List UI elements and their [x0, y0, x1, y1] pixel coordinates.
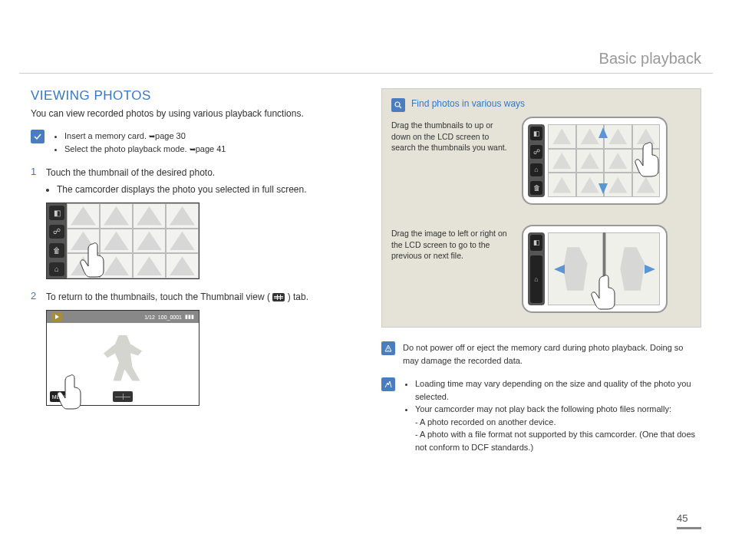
prereq-2a: Select the photo playback mode.	[64, 144, 190, 153]
prerequisite-list: Insert a memory card. ➥page 30 Select th…	[52, 130, 226, 155]
tips-panel: Find photos in various ways Drag the thu…	[381, 88, 701, 328]
share-icon: ☍	[49, 225, 64, 239]
home-icon: ⌂	[49, 262, 64, 277]
step-2: 2 To return to the thumbnails, touch the…	[31, 290, 351, 304]
step-number: 2	[31, 290, 38, 304]
warning-text: Do not power off or eject the memory car…	[403, 341, 701, 367]
prereq-2b: page 41	[196, 144, 226, 153]
section-title: VIEWING PHOTOS	[31, 88, 351, 104]
arrow-down-icon	[598, 183, 608, 194]
step-1-sub: The camcorder displays the photo you sel…	[57, 183, 307, 196]
step-1: 1 Touch the thumbnail of the desired pho…	[31, 166, 351, 196]
info-icon	[381, 377, 395, 391]
page-number: 45	[677, 512, 701, 529]
device-figure-swipe: ◧ ⌂	[522, 225, 668, 313]
warning-icon	[381, 341, 395, 355]
play-icon	[51, 312, 62, 321]
svg-point-3	[387, 350, 388, 351]
left-column: VIEWING PHOTOS You can view recorded pho…	[31, 88, 351, 461]
info-note-1: Loading time may vary depending on the s…	[415, 377, 701, 403]
home-icon: ⌂	[530, 163, 542, 177]
thumbnail-grid-figure: ◧ ☍ 🗑 ⌂	[46, 203, 199, 279]
tip-2-text: Drag the image to left or right on the L…	[391, 228, 514, 262]
magnifier-icon	[391, 98, 405, 112]
tips-panel-title: Find photos in various ways	[411, 98, 525, 109]
mode-icon: ◧	[49, 206, 64, 220]
hand-pointer-icon	[54, 372, 93, 410]
photo-counter: 1/12	[144, 315, 155, 320]
thumbnail-view-button	[113, 391, 133, 402]
prerequisite-note: Insert a memory card. ➥page 30 Select th…	[31, 130, 351, 155]
checkmark-icon	[31, 130, 45, 143]
info-note-2a: - A photo recorded on another device.	[415, 417, 556, 427]
info-note-2: Your camcorder may not play back the fol…	[415, 404, 671, 413]
mode-icon: ◧	[530, 127, 542, 140]
arrow-icon: ➥	[149, 132, 155, 140]
arrow-left-icon	[554, 265, 565, 274]
thumbnail-view-icon	[272, 293, 285, 301]
intro-text: You can view recorded photos by using va…	[31, 108, 351, 119]
step-number: 1	[31, 166, 38, 196]
photo-silhouette	[104, 335, 142, 381]
fullscreen-figure: 1/12 100_0001 ▮▮▮ MENU	[46, 310, 199, 406]
right-column: Find photos in various ways Drag the thu…	[381, 88, 701, 461]
tip-1-text: Drag the thumbnails to up or down on the…	[391, 120, 514, 153]
arrow-up-icon	[598, 127, 608, 138]
warning-note: Do not power off or eject the memory car…	[381, 341, 701, 367]
trash-icon: 🗑	[49, 243, 64, 258]
arrow-icon: ➥	[190, 145, 196, 153]
home-icon: ⌂	[530, 255, 542, 303]
share-icon: ☍	[530, 145, 542, 159]
step-1-text: Touch the thumbnail of the desired photo…	[46, 166, 307, 180]
battery-icon: ▮▮▮	[185, 314, 194, 320]
page-header: Basic playback	[599, 50, 701, 68]
prereq-1b: page 30	[155, 131, 186, 140]
hand-pointer-icon	[589, 272, 627, 311]
mode-icon: ◧	[530, 235, 542, 251]
device-figure-scroll: ◧ ☍ ⌂ 🗑	[522, 117, 668, 205]
info-note-2b: - A photo with a file format not support…	[415, 428, 701, 453]
step-2-text-a: To return to the thumbnails, touch the T…	[46, 292, 270, 302]
file-name: 100_0001	[158, 315, 182, 320]
info-note: Loading time may vary depending on the s…	[381, 377, 701, 453]
header-divider	[19, 73, 713, 74]
svg-point-0	[395, 102, 400, 107]
trash-icon: 🗑	[530, 181, 542, 195]
prereq-1a: Insert a memory card.	[64, 131, 149, 140]
svg-line-1	[400, 107, 402, 109]
arrow-right-icon	[645, 265, 655, 274]
step-2-text-b: ) tab.	[288, 292, 308, 302]
hand-pointer-icon	[77, 240, 116, 278]
figure-sidebar: ◧ ☍ 🗑 ⌂	[47, 203, 67, 278]
hand-pointer-icon	[632, 140, 671, 178]
